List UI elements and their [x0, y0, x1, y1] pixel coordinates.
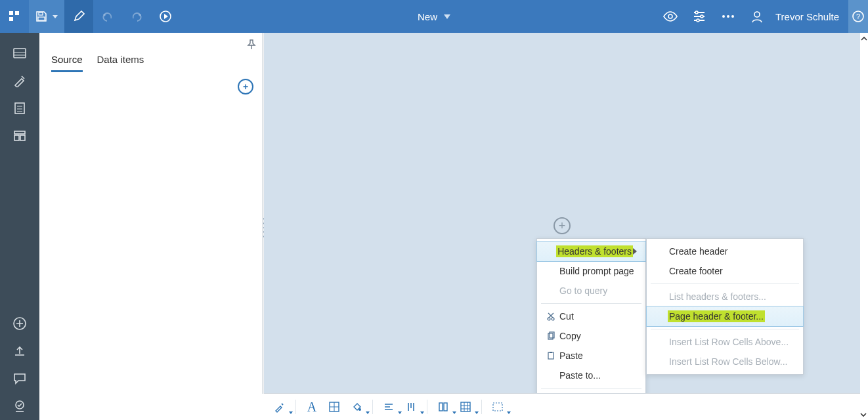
settings-button[interactable] — [685, 0, 714, 33]
menu-label: Headers & footers — [556, 245, 633, 257]
svg-rect-33 — [461, 402, 470, 411]
menu-copy[interactable]: Copy — [537, 326, 645, 346]
menu-separator — [541, 388, 641, 388]
sidebar-queries-icon[interactable] — [0, 122, 39, 150]
sidebar-validate-icon[interactable] — [0, 392, 39, 420]
svg-rect-31 — [439, 403, 443, 411]
menu-cut[interactable]: Cut — [537, 306, 645, 326]
cut-icon — [542, 312, 559, 321]
run-button[interactable] — [151, 0, 180, 33]
svg-rect-28 — [550, 352, 552, 353]
svg-point-10 — [722, 15, 725, 18]
sidebar-chat-icon[interactable] — [0, 365, 39, 392]
menu-label: Paste — [559, 350, 583, 361]
submenu-insert-below: Insert List Row Cells Below... — [647, 352, 803, 371]
svg-rect-34 — [493, 403, 502, 411]
preview-button[interactable] — [656, 0, 685, 33]
align-h-button[interactable] — [380, 398, 398, 416]
sidebar-data-icon[interactable] — [0, 39, 39, 67]
chevron-down-icon — [475, 411, 479, 414]
menu-label: Insert List Row Cells Above... — [669, 337, 789, 347]
menu-label: Go to query — [559, 285, 607, 296]
save-button[interactable] — [29, 0, 64, 33]
document-title-label: New — [418, 11, 437, 22]
svg-point-11 — [727, 15, 729, 18]
menu-build-prompt[interactable]: Build prompt page — [537, 261, 645, 281]
submenu-create-header[interactable]: Create header — [647, 242, 803, 261]
svg-rect-27 — [548, 352, 553, 359]
help-button[interactable]: ? — [848, 0, 868, 33]
font-button[interactable]: A — [303, 398, 321, 416]
chevron-down-icon — [366, 411, 370, 414]
menu-separator — [651, 329, 799, 329]
edit-button[interactable] — [64, 0, 93, 33]
submenu-create-footer[interactable]: Create footer — [647, 261, 803, 281]
svg-rect-26 — [550, 332, 554, 338]
chevron-down-icon — [444, 14, 450, 19]
app-logo[interactable] — [0, 0, 29, 33]
menu-paste-to[interactable]: Paste to... — [537, 366, 645, 385]
sidebar-add-icon[interactable] — [0, 310, 39, 337]
svg-rect-32 — [444, 403, 447, 411]
svg-point-9 — [697, 19, 699, 22]
more-button[interactable] — [714, 0, 743, 33]
sidebar-upload-icon[interactable] — [0, 337, 39, 365]
menu-label: List headers & footers... — [669, 291, 766, 302]
select-button[interactable] — [488, 398, 507, 416]
scroll-down-caret[interactable] — [859, 411, 868, 420]
menu-go-to-query: Go to query — [537, 281, 645, 301]
submenu-page-header-footer[interactable]: Page header & footer... — [646, 306, 804, 327]
sidebar-pages-icon[interactable] — [0, 94, 39, 122]
svg-point-13 — [754, 12, 760, 17]
align-v-button[interactable] — [402, 398, 420, 416]
pin-icon[interactable] — [247, 39, 256, 50]
svg-point-12 — [731, 15, 734, 18]
panel-collapse-caret[interactable] — [860, 33, 868, 42]
chevron-down-icon — [289, 411, 293, 414]
tab-data-items[interactable]: Data items — [97, 54, 144, 72]
tab-source[interactable]: Source — [51, 54, 83, 72]
insert-column-button[interactable] — [434, 398, 452, 416]
svg-rect-2 — [9, 17, 13, 21]
svg-rect-0 — [9, 11, 13, 15]
chevron-down-icon — [420, 411, 424, 414]
username-label: Trevor Schulte — [775, 11, 839, 22]
table-style-button[interactable] — [456, 398, 475, 416]
chevron-down-icon — [507, 411, 511, 414]
canvas-add-button[interactable]: + — [553, 217, 571, 234]
menu-label: Page header & footer... — [668, 310, 765, 322]
svg-rect-16 — [14, 49, 26, 58]
chevron-down-icon — [53, 15, 58, 18]
svg-rect-20 — [20, 135, 25, 140]
document-title[interactable]: New — [418, 11, 450, 22]
menu-label: Build prompt page — [559, 266, 634, 276]
menu-separator — [651, 284, 799, 284]
border-button[interactable] — [325, 398, 343, 416]
redo-button[interactable] — [122, 0, 151, 33]
menu-label: Create footer — [669, 266, 723, 276]
svg-point-6 — [668, 14, 672, 18]
left-sidebar — [0, 33, 39, 420]
fill-color-button[interactable] — [347, 398, 366, 416]
menu-label: Paste to... — [559, 370, 601, 381]
svg-point-8 — [701, 15, 703, 18]
svg-point-30 — [358, 408, 361, 411]
svg-rect-1 — [15, 11, 19, 15]
headers-footers-submenu: Create header Create footer List headers… — [646, 238, 804, 375]
add-source-button[interactable]: + — [238, 79, 253, 94]
menu-paste[interactable]: Paste — [537, 346, 645, 366]
svg-rect-17 — [15, 103, 24, 114]
menu-label: Insert List Row Cells Below... — [669, 356, 788, 367]
user-icon[interactable] — [743, 0, 771, 33]
menu-label: Create header — [669, 246, 728, 257]
sidebar-tool-icon[interactable] — [0, 67, 39, 94]
svg-text:?: ? — [856, 12, 860, 20]
svg-rect-4 — [38, 17, 45, 20]
source-panel: Source Data items + — [39, 33, 263, 394]
undo-button[interactable] — [93, 0, 122, 33]
eyedropper-button[interactable] — [271, 398, 289, 416]
submenu-list-headers-footers: List headers & footers... — [647, 287, 803, 306]
svg-rect-3 — [39, 12, 43, 15]
menu-headers-footers[interactable]: Headers & footers — [536, 241, 646, 262]
menu-label: Copy — [559, 331, 581, 341]
